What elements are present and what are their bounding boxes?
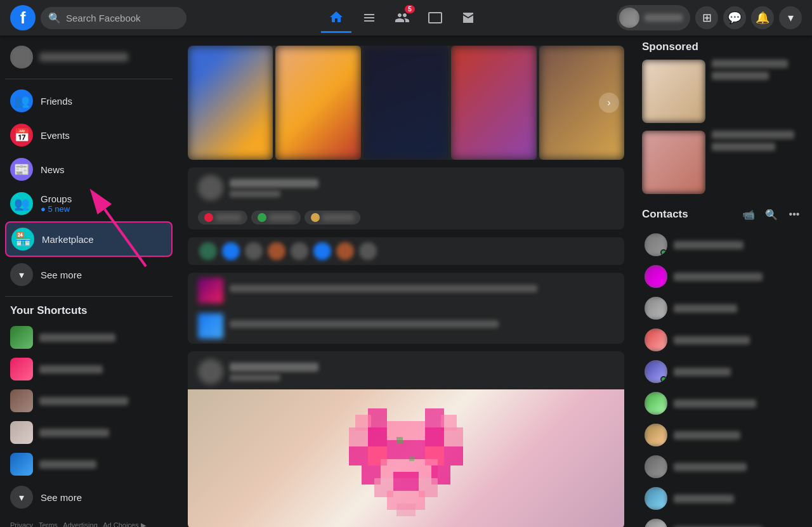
sponsored-desc-2 (712, 143, 775, 151)
avatars-row (188, 237, 624, 265)
post-content-row-1 (188, 273, 624, 308)
shortcut-icon-1 (10, 326, 33, 349)
privacy-link[interactable]: Privacy (10, 521, 33, 527)
reaction-chip-1[interactable] (198, 211, 247, 224)
contact-name-1 (674, 241, 743, 249)
post-image-inner-4 (188, 389, 624, 527)
user-avatar (619, 8, 639, 28)
notifications-button[interactable]: 🔔 (751, 6, 774, 29)
story-4[interactable] (451, 46, 536, 160)
grid-apps-button[interactable]: ⊞ (695, 6, 718, 29)
sidebar-user-profile[interactable] (5, 41, 173, 74)
heart-svg (343, 402, 469, 516)
sponsored-name-2 (712, 131, 794, 139)
nav-pages-button[interactable] (354, 3, 384, 33)
terms-link[interactable]: Terms (39, 521, 58, 527)
contact-item-8[interactable] (642, 452, 804, 482)
reaction-count-2 (269, 214, 294, 221)
shortcut-item-3[interactable] (5, 386, 173, 416)
user-profile-pill[interactable] (617, 5, 690, 30)
mini-post-thumb-2 (198, 313, 223, 339)
contacts-title: Contacts (642, 208, 688, 221)
search-icon: 🔍 (48, 12, 61, 24)
svg-rect-26 (396, 504, 416, 516)
contact-item-9[interactable] (642, 483, 804, 514)
sponsored-item-2[interactable] (642, 131, 804, 194)
left-sidebar: 👥 Friends 📅 Events 📰 News 👥 Groups ● 5 n… (0, 36, 178, 527)
contact-avatar-9 (645, 487, 667, 510)
sidebar-divider-1 (5, 79, 173, 79)
sponsored-item-1[interactable] (642, 60, 804, 123)
story-5[interactable]: › (539, 46, 624, 160)
shortcut-item-5[interactable] (5, 449, 173, 479)
shortcuts-see-more-button[interactable]: ▾ See more (5, 481, 173, 514)
nav-home-button[interactable] (321, 3, 351, 33)
nav-marketplace-button[interactable] (453, 3, 483, 33)
post-card-4 (188, 351, 624, 527)
mini-avatar-6 (312, 241, 332, 261)
contact-name-4 (674, 336, 750, 344)
account-menu-button[interactable]: ▾ (779, 6, 802, 29)
story-1[interactable] (188, 46, 273, 160)
sponsored-thumb-1 (642, 60, 705, 123)
sidebar-item-friends[interactable]: 👥 Friends (5, 84, 173, 117)
story-3[interactable] (363, 46, 449, 160)
shortcut-label-1 (39, 334, 115, 342)
advertising-link[interactable]: Advertising (63, 521, 97, 527)
groups-badge: 5 (405, 5, 415, 13)
contact-item-4[interactable] (642, 325, 804, 355)
facebook-logo[interactable]: f (10, 5, 36, 30)
post-image-4[interactable] (188, 389, 624, 527)
contact-item-10[interactable] (642, 515, 804, 527)
contact-item-7[interactable] (642, 420, 804, 450)
contacts-search-button[interactable]: 🔍 (761, 204, 782, 224)
shortcut-icon-2 (10, 358, 33, 381)
sidebar-see-more-button[interactable]: ▾ See more (5, 258, 173, 291)
story-2[interactable] (275, 46, 360, 160)
shortcut-item-1[interactable] (5, 322, 173, 353)
sponsored-desc-1 (712, 72, 769, 80)
contacts-more-button[interactable]: ••• (784, 204, 804, 224)
post-card-3 (188, 273, 624, 344)
contact-item-5[interactable] (642, 356, 804, 387)
nav-watch-button[interactable] (420, 3, 450, 33)
sidebar-item-marketplace[interactable]: 🏪 Marketplace (5, 221, 173, 257)
reaction-dot-1 (204, 213, 213, 222)
post-content-text-1 (230, 285, 614, 296)
ad-choices-link[interactable]: Ad Choices ▶ (103, 521, 145, 527)
shortcut-item-4[interactable] (5, 417, 173, 448)
svg-rect-8 (425, 427, 444, 446)
sponsored-thumb-2 (642, 131, 705, 194)
svg-rect-15 (444, 446, 463, 465)
post-card-1 (188, 167, 624, 230)
shortcut-item-2[interactable] (5, 354, 173, 384)
topnav-left: f 🔍 (10, 5, 188, 30)
sidebar-item-events[interactable]: 📅 Events (5, 119, 173, 152)
sponsored-title: Sponsored (642, 41, 804, 53)
shortcut-icon-5 (10, 453, 33, 476)
shortcut-icon-4 (10, 421, 33, 444)
shortcut-label-5 (39, 460, 96, 469)
svg-rect-22 (393, 472, 419, 491)
nav-groups-button[interactable]: 5 (387, 3, 417, 33)
post-header-1 (188, 167, 624, 205)
contact-item-2[interactable] (642, 261, 804, 292)
post-time-4 (230, 374, 280, 381)
search-input[interactable] (66, 13, 179, 23)
stories-next-arrow[interactable]: › (599, 93, 619, 113)
reaction-chip-2[interactable] (251, 211, 301, 224)
reaction-chip-3[interactable] (304, 211, 360, 224)
contact-item-6[interactable] (642, 388, 804, 419)
svg-rect-4 (349, 427, 368, 446)
sidebar-item-groups[interactable]: 👥 Groups ● 5 new (5, 187, 173, 220)
new-video-call-button[interactable]: 📹 (738, 204, 759, 224)
contact-item-3[interactable] (642, 293, 804, 323)
sidebar-item-news[interactable]: 📰 News (5, 153, 173, 186)
messenger-button[interactable]: 💬 (723, 6, 746, 29)
sidebar-divider-2 (5, 296, 173, 297)
sidebar-item-friends-label: Friends (41, 96, 72, 107)
contacts-section: Contacts 📹 🔍 ••• (642, 204, 804, 527)
contact-item-1[interactable] (642, 230, 804, 260)
search-bar[interactable]: 🔍 (41, 7, 187, 29)
contact-avatar-10 (645, 519, 667, 527)
